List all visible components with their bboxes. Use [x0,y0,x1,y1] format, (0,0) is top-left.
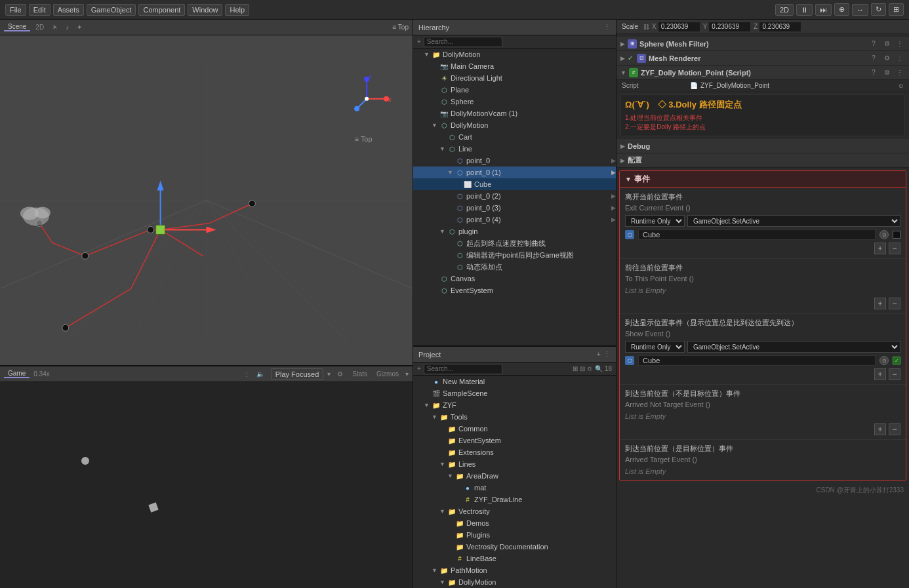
proj-vect-doc[interactable]: 📁 Vectrosity Documentation [413,541,616,553]
game-menu-btn[interactable]: ⋮ [243,370,250,378]
game-sound-btn[interactable]: 🔈 [254,370,267,378]
gizmos-dropdown[interactable]: ▾ [405,370,409,378]
proj-zyf[interactable]: ▼ 📁 ZYF [413,399,616,411]
events-collapse-arrow[interactable]: ▼ [625,176,632,183]
tree-item-eventsystem[interactable]: ⬡ EventSystem [413,284,616,296]
proj-pathmotion[interactable]: ▼ 📁 PathMotion [413,564,616,576]
script-ref-pick[interactable]: ⊙ [899,83,904,89]
event-add-btn-exit[interactable]: + [874,243,886,254]
scene-2d-btn[interactable]: 2D [33,24,47,31]
toolbar-gameobject-btn[interactable]: GameObject [87,4,136,16]
event-func-select-exit[interactable]: GameObject.SetActive [687,215,900,227]
comp-help-btn-mr[interactable]: ? [868,53,879,64]
tree-item-vcam[interactable]: 📷 DollyMotionVcam (1) [413,108,616,119]
tree-item-canvas[interactable]: ⬡ Canvas [413,273,616,284]
scene-audio-btn[interactable]: ♪ [63,24,71,31]
comp-more-btn-mr[interactable]: ⋮ [895,53,905,64]
tree-item-point0-2[interactable]: ⬡ point_0 (2) ▶ [413,190,616,202]
proj-areadraw[interactable]: ▼ 📁 AreaDraw [413,470,616,482]
hierarchy-plus-btn[interactable]: + [417,38,421,45]
comp-settings-btn[interactable]: ⚙ [881,39,892,49]
event-timing-select-exit[interactable]: Runtime Only [625,215,685,227]
obj-checkbox-show[interactable]: ✓ [893,357,900,364]
proj-plugins[interactable]: 📁 Plugins [413,529,616,541]
comp-help-btn[interactable]: ? [868,39,879,49]
proj-mat[interactable]: ● mat [413,482,616,494]
tree-item-dollymotion[interactable]: ▼ 📁 DollyMotion [413,49,616,60]
proj-common[interactable]: 📁 Common [413,423,616,435]
scene-fx-btn[interactable]: ✦ [74,24,85,31]
toolbar-scale-btn[interactable]: ⊞ [889,3,904,16]
proj-dollymotion-folder[interactable]: ▼ 📁 DollyMotion [413,576,616,588]
tree-item-dollymotion2[interactable]: ▼ ⬡ DollyMotion [413,119,616,131]
tree-item-add-point[interactable]: ⬡ 动态添加点 [413,261,616,273]
scene-view[interactable]: Scene 2D ☀ ♪ ✦ ≡ Top [0,20,413,365]
event-add-btn-an[interactable]: + [874,423,886,435]
proj-lines[interactable]: ▼ 📁 Lines [413,458,616,470]
toolbar-move-btn[interactable]: ↔ [852,4,868,16]
obj-pick-btn-show[interactable]: ⊙ [879,356,889,365]
tree-item-cube[interactable]: ⬜ Cube [413,178,616,190]
toolbar-pause-btn[interactable]: ⏸ [796,4,813,16]
scale-x-input[interactable] [658,22,700,32]
tree-item-point0[interactable]: ⬡ point_0 ▶ [413,155,616,167]
debug-group[interactable]: ▶ Debug [616,139,909,153]
game-tab[interactable]: Game [4,370,30,378]
event-add-btn-to[interactable]: + [874,298,886,309]
tree-item-start-end[interactable]: ⬡ 起点到终点速度控制曲线 [413,237,616,249]
scale-y-input[interactable] [708,22,751,32]
toolbar-component-btn[interactable]: Component [138,4,185,16]
proj-eventsystem[interactable]: 📁 EventSystem [413,435,616,446]
hierarchy-menu-btn[interactable]: ⋮ [603,23,611,31]
tree-item-cart[interactable]: ⬡ Cart [413,131,616,143]
toolbar-rotate-btn[interactable]: ↻ [871,3,886,16]
project-add-btn[interactable]: + [597,350,601,359]
event-remove-btn-an[interactable]: − [889,423,900,435]
comp-sphere-mesh-filter[interactable]: ▶ ⊞ Sphere (Mesh Filter) ? ⚙ ⋮ [616,37,909,51]
event-add-btn-show[interactable]: + [874,368,886,380]
tree-item-edit-point[interactable]: ⬡ 编辑器选中point后同步Game视图 [413,249,616,261]
proj-vectrosity[interactable]: ▼ 📁 Vectrosity [413,505,616,517]
tree-item-main-camera[interactable]: 📷 Main Camera [413,60,616,72]
comp-settings-btn-mr[interactable]: ⚙ [881,53,892,64]
comp-help-btn-s[interactable]: ? [868,68,879,78]
event-remove-btn-show[interactable]: − [889,368,900,380]
toolbar-help-btn[interactable]: Help [225,4,249,16]
project-menu-btn[interactable]: ⋮ [603,350,611,359]
proj-zyf-drawline[interactable]: # ZYF_DrawLine [413,494,616,505]
event-timing-select-show[interactable]: Runtime Only [625,341,685,353]
play-focused-dropdown[interactable]: ▾ [327,370,331,378]
comp-settings-btn-s[interactable]: ⚙ [881,68,892,78]
event-func-select-show[interactable]: GameObject.SetActive [687,341,900,353]
tree-item-point0-4[interactable]: ⬡ point_0 (4) ▶ [413,214,616,225]
project-search-input[interactable] [424,364,502,374]
proj-tools[interactable]: ▼ 📁 Tools [413,411,616,423]
tree-item-plugin[interactable]: ▼ ⬡ plugin [413,225,616,237]
scale-z-input[interactable] [759,22,801,32]
event-remove-btn-to[interactable]: − [889,298,900,309]
proj-linebase[interactable]: # LineBase [413,553,616,564]
tree-item-point0-1[interactable]: ▼ ⬡ point_0 (1) ▶ [413,167,616,178]
obj-checkbox-exit[interactable] [893,231,900,239]
proj-extensions[interactable]: 📁 Extensions [413,446,616,458]
toolbar-file-btn[interactable]: File [5,4,26,16]
play-focused-btn[interactable]: Play Focused [271,368,324,380]
proj-demos[interactable]: 📁 Demos [413,517,616,529]
tree-item-line[interactable]: ▼ ⬡ Line [413,143,616,155]
event-remove-btn-exit[interactable]: − [889,243,900,254]
toolbar-step-btn[interactable]: ⏭ [815,4,832,16]
tree-item-plane[interactable]: ⬡ Plane [413,84,616,96]
toolbar-select-btn[interactable]: ⊕ [834,3,849,16]
comp-mesh-renderer[interactable]: ▶ ✓ ⊟ Mesh Renderer ? ⚙ ⋮ [616,51,909,66]
proj-samplescene[interactable]: 🎬 SampleScene [413,387,616,399]
toolbar-edit-btn[interactable]: Edit [29,4,51,16]
toolbar-2d-btn[interactable]: 2D [775,4,794,16]
config-group[interactable]: ▶ 配置 [616,153,909,168]
stats-btn[interactable]: Stats [350,370,370,378]
scene-tab[interactable]: Scene [4,23,30,31]
tree-item-sphere[interactable]: ⬡ Sphere [413,96,616,108]
comp-more-btn[interactable]: ⋮ [895,39,905,49]
game-settings-btn[interactable]: ⚙ [334,370,346,378]
obj-pick-btn-exit[interactable]: ⊙ [879,230,889,239]
comp-script[interactable]: ▼ # ZYF_Dolly Motion_Point (Script) ? ⚙ … [616,66,909,80]
